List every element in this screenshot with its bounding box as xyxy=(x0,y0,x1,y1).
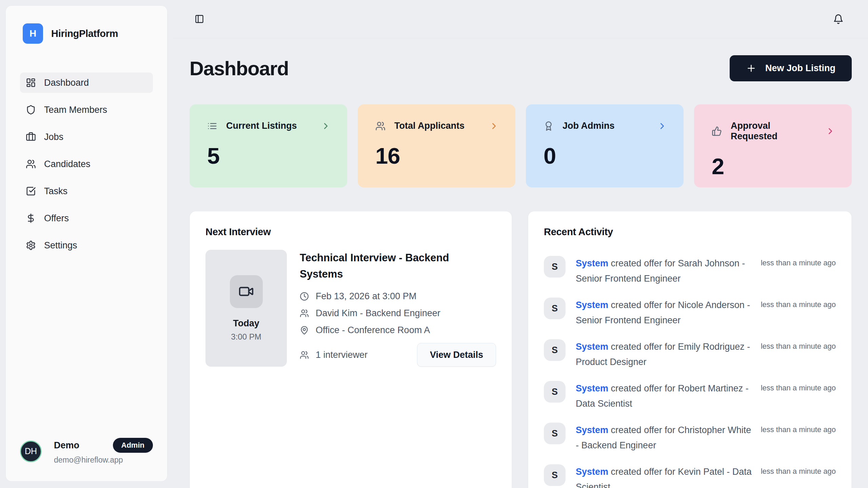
new-job-listing-button[interactable]: New Job Listing xyxy=(730,55,852,81)
sidebar-item-dashboard[interactable]: Dashboard xyxy=(20,73,153,93)
interview-thumbnail: Today 3:00 PM xyxy=(205,250,287,367)
sidebar-item-tasks[interactable]: Tasks xyxy=(20,181,153,201)
chevron-right-icon[interactable] xyxy=(825,126,835,136)
interviewer-count: 1 interviewer xyxy=(316,350,368,360)
new-job-listing-label: New Job Listing xyxy=(765,63,835,74)
brand-name: HiringPlatform xyxy=(51,28,118,39)
activity-actor-link[interactable]: System xyxy=(576,300,608,310)
interview-job-title: Technical Interview - Backend Systems xyxy=(300,250,469,282)
interview-details: Technical Interview - Backend Systems Fe… xyxy=(300,250,496,367)
topbar xyxy=(173,0,868,38)
activity-timestamp: less than a minute ago xyxy=(761,339,836,351)
sidebar-item-label: Dashboard xyxy=(44,78,89,88)
sidebar-nav: Dashboard Team Members Jobs Candidates T… xyxy=(6,73,167,256)
sidebar-item-candidates[interactable]: Candidates xyxy=(20,154,153,174)
layout-dashboard-icon xyxy=(26,78,36,88)
stat-value: 16 xyxy=(375,143,499,169)
brand: H HiringPlatform xyxy=(6,6,167,44)
sidebar-item-label: Offers xyxy=(44,213,69,224)
activity-actor-link[interactable]: System xyxy=(576,258,608,268)
activity-avatar: S xyxy=(544,339,566,361)
activity-text: System created offer for Sarah Johnson -… xyxy=(576,256,752,286)
activity-item: S System created offer for Christopher W… xyxy=(544,423,836,453)
chevron-right-icon[interactable] xyxy=(321,121,331,131)
stat-value: 2 xyxy=(712,153,835,179)
sidebar-item-label: Tasks xyxy=(44,186,67,197)
user-profile[interactable]: DH Demo Admin demo@hireflow.app xyxy=(6,438,167,481)
sidebar-item-team-members[interactable]: Team Members xyxy=(20,100,153,120)
activity-actor-link[interactable]: System xyxy=(576,342,608,352)
sidebar-item-label: Jobs xyxy=(44,132,63,142)
interview-meta: Feb 13, 2026 at 3:00 PM David Kim - Back… xyxy=(300,291,496,336)
interview-time: 3:00 PM xyxy=(231,332,261,342)
activity-text: System created offer for Kevin Patel - D… xyxy=(576,464,752,488)
brand-logo: H xyxy=(23,23,43,44)
users-icon xyxy=(26,159,36,169)
activity-actor-link[interactable]: System xyxy=(576,467,608,477)
video-icon-box xyxy=(230,275,263,308)
profile-info: Demo Admin demo@hireflow.app xyxy=(54,438,153,465)
sidebar-item-label: Team Members xyxy=(44,105,107,115)
main-area: Dashboard New Job Listing Current Listin… xyxy=(173,0,868,488)
stat-card-current-listings[interactable]: Current Listings 5 xyxy=(190,104,347,187)
interview-location: Office - Conference Room A xyxy=(316,325,430,336)
stat-card-job-admins[interactable]: Job Admins 0 xyxy=(526,104,684,187)
activity-timestamp: less than a minute ago xyxy=(761,464,836,476)
recent-activity-panel: Recent Activity S System created offer f… xyxy=(528,211,852,488)
notifications-bell-icon[interactable] xyxy=(833,14,844,24)
activity-text: System created offer for Nicole Anderson… xyxy=(576,298,752,328)
users-icon xyxy=(300,309,309,318)
sidebar-item-jobs[interactable]: Jobs xyxy=(20,127,153,147)
activity-item: S System created offer for Sarah Johnson… xyxy=(544,256,836,286)
square-check-icon xyxy=(26,186,36,196)
panels: Next Interview Today 3:00 PM Technical I… xyxy=(190,211,852,488)
sidebar-toggle-icon[interactable] xyxy=(195,14,204,24)
profile-email: demo@hireflow.app xyxy=(54,455,153,465)
next-interview-title: Next Interview xyxy=(205,226,496,238)
chevron-right-icon[interactable] xyxy=(489,121,499,131)
stat-card-total-applicants[interactable]: Total Applicants 16 xyxy=(358,104,515,187)
activity-item: S System created offer for Robert Martin… xyxy=(544,381,836,411)
sidebar-item-offers[interactable]: Offers xyxy=(20,208,153,228)
page-title: Dashboard xyxy=(190,57,289,80)
interview-day: Today xyxy=(233,318,259,329)
sidebar-item-label: Candidates xyxy=(44,159,91,169)
sidebar-item-settings[interactable]: Settings xyxy=(20,235,153,256)
activity-avatar: S xyxy=(544,423,566,444)
interview-person-row: David Kim - Backend Engineer xyxy=(300,308,496,319)
activity-item: S System created offer for Nicole Anders… xyxy=(544,298,836,328)
interviewer-count-row: 1 interviewer xyxy=(300,350,368,360)
activity-timestamp: less than a minute ago xyxy=(761,256,836,267)
stat-label: Approval Requested xyxy=(731,121,816,142)
stat-value: 5 xyxy=(207,143,331,169)
sidebar-item-label: Settings xyxy=(44,240,77,251)
interview-body: Today 3:00 PM Technical Interview - Back… xyxy=(205,250,496,367)
hiring-platform-dashboard: { "colors": { "primary_navy": "#131b2b",… xyxy=(0,0,868,488)
stat-label: Current Listings xyxy=(226,121,297,131)
activity-text: System created offer for Emily Rodriguez… xyxy=(576,339,752,370)
stat-card-approval-requested[interactable]: Approval Requested 2 xyxy=(694,104,852,187)
thumbs-up-icon xyxy=(712,126,722,136)
map-pin-icon xyxy=(300,326,309,335)
activity-avatar: S xyxy=(544,464,566,486)
next-interview-panel: Next Interview Today 3:00 PM Technical I… xyxy=(190,211,512,488)
recent-activity-title: Recent Activity xyxy=(544,226,836,238)
activity-actor-link[interactable]: System xyxy=(576,383,608,393)
activity-item: S System created offer for Kevin Patel -… xyxy=(544,464,836,488)
activity-text: System created offer for Christopher Whi… xyxy=(576,423,752,453)
profile-name: Demo xyxy=(54,440,79,451)
briefcase-icon xyxy=(26,132,36,142)
dollar-sign-icon xyxy=(26,213,36,223)
activity-actor-link[interactable]: System xyxy=(576,425,608,435)
chevron-right-icon[interactable] xyxy=(657,121,667,131)
activity-timestamp: less than a minute ago xyxy=(761,298,836,309)
activity-list: S System created offer for Sarah Johnson… xyxy=(544,256,836,488)
interview-location-row: Office - Conference Room A xyxy=(300,325,496,336)
activity-text: System created offer for Robert Martinez… xyxy=(576,381,752,411)
content: Dashboard New Job Listing Current Listin… xyxy=(173,55,868,488)
award-icon xyxy=(544,121,554,131)
sidebar: H HiringPlatform Dashboard Team Members … xyxy=(5,5,167,482)
interview-person: David Kim - Backend Engineer xyxy=(316,308,440,319)
view-details-button[interactable]: View Details xyxy=(417,343,496,367)
role-badge: Admin xyxy=(113,438,153,453)
